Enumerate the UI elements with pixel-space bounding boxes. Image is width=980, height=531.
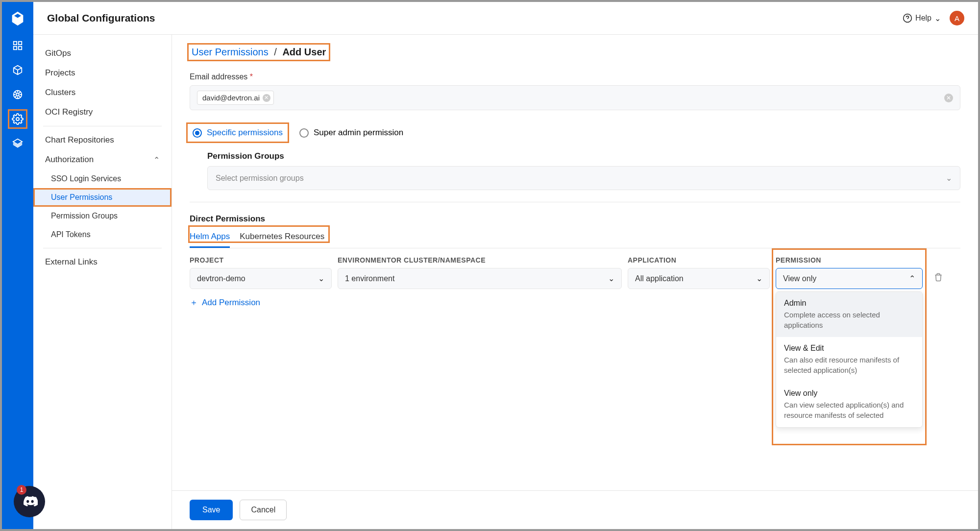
perm-groups-label: Permission Groups	[207, 151, 960, 161]
col-permission: PERMISSION	[776, 256, 923, 264]
sidebar-item-user-permissions[interactable]: User Permissions	[33, 188, 172, 207]
email-chip: david@devtron.ai ✕	[197, 91, 274, 105]
radio-specific-permissions[interactable]: Specific permissions	[190, 126, 286, 140]
breadcrumb-current: Add User	[282, 47, 326, 57]
radio-icon	[193, 128, 202, 138]
select-permission[interactable]: View only ⌃	[776, 268, 923, 289]
select-env[interactable]: 1 environment ⌄	[338, 268, 622, 289]
col-project: PROJECT	[190, 256, 332, 264]
svg-point-6	[16, 118, 19, 121]
sidebar-item-permission-groups[interactable]: Permission Groups	[33, 207, 172, 225]
sidebar-item-chart-repos[interactable]: Chart Repositories	[33, 130, 172, 150]
permission-mode-radios: Specific permissions Super admin permiss…	[190, 126, 960, 140]
col-app: APPLICATION	[628, 256, 770, 264]
help-label: Help	[915, 14, 931, 23]
main-content: User Permissions / Add User Email addres…	[172, 35, 978, 529]
radio-super-admin[interactable]: Super admin permission	[299, 128, 403, 138]
svg-rect-0	[14, 42, 17, 45]
layers-icon[interactable]	[11, 137, 24, 150]
footer-bar: Save Cancel	[172, 490, 978, 529]
col-env: ENVIRONMENTOR CLUSTER/NAMESPACE	[338, 256, 622, 264]
left-rail	[2, 2, 33, 529]
perm-option-view-edit[interactable]: View & Edit Can also edit resource manif…	[776, 337, 922, 382]
perm-option-view-only[interactable]: View only Can view selected application(…	[776, 382, 922, 427]
direct-perm-tabs: Helm Apps Kubernetes Resources	[190, 229, 960, 248]
divider	[43, 126, 162, 126]
chevron-down-icon: ⌄	[608, 274, 614, 283]
chevron-down-icon: ⌄	[318, 274, 324, 283]
direct-perms-label: Direct Permissions	[190, 214, 960, 224]
sidebar-item-projects[interactable]: Projects	[33, 63, 172, 83]
sidebar-item-gitops[interactable]: GitOps	[33, 44, 172, 63]
sidebar-item-clusters[interactable]: Clusters	[33, 83, 172, 102]
perm-groups-select[interactable]: Select permission groups ⌄	[207, 166, 960, 190]
sidebar-item-sso[interactable]: SSO Login Services	[33, 169, 172, 188]
app-logo-icon[interactable]	[9, 10, 26, 27]
permission-dropdown: Admin Complete access on selected applic…	[776, 291, 923, 428]
delete-row-icon[interactable]	[929, 273, 948, 284]
sidebar-item-external-links[interactable]: External Links	[33, 252, 172, 272]
clear-all-icon[interactable]: ✕	[944, 94, 953, 102]
grid-icon[interactable]	[11, 39, 24, 52]
chevron-down-icon: ⌄	[756, 274, 762, 283]
chevron-up-icon: ⌃	[153, 155, 160, 165]
plus-icon: ＋	[190, 297, 198, 308]
top-header: Global Configurations Help ⌄ A	[33, 2, 978, 35]
discord-button[interactable]: 1	[14, 486, 45, 517]
settings-gear-icon[interactable]	[11, 113, 24, 125]
sidebar-group-authorization[interactable]: Authorization ⌃	[33, 150, 172, 169]
divider	[190, 202, 960, 202]
chevron-down-icon: ⌄	[946, 173, 952, 183]
help-link[interactable]: Help ⌄	[903, 13, 941, 23]
chip-remove-icon[interactable]: ✕	[263, 94, 270, 102]
email-label: Email addresses *	[190, 72, 960, 81]
perm-option-admin[interactable]: Admin Complete access on selected applic…	[776, 292, 922, 337]
breadcrumb: User Permissions / Add User	[190, 46, 328, 59]
select-project[interactable]: devtron-demo ⌄	[190, 268, 332, 289]
svg-rect-3	[19, 47, 22, 49]
select-app[interactable]: All application ⌄	[628, 268, 770, 289]
divider	[43, 248, 162, 248]
radio-icon	[299, 128, 309, 138]
wheel-icon[interactable]	[11, 88, 24, 101]
perm-grid-headers: PROJECT ENVIRONMENTOR CLUSTER/NAMESPACE …	[190, 256, 960, 264]
svg-rect-1	[19, 42, 22, 45]
notification-count: 1	[17, 485, 26, 495]
save-button[interactable]: Save	[190, 500, 233, 520]
cube-icon[interactable]	[11, 64, 24, 76]
cancel-button[interactable]: Cancel	[240, 500, 287, 520]
svg-point-4	[16, 93, 19, 96]
chevron-down-icon: ⌄	[934, 14, 941, 23]
sidebar: GitOps Projects Clusters OCI Registry Ch…	[33, 35, 172, 529]
page-title: Global Configurations	[47, 12, 155, 24]
perm-row: devtron-demo ⌄ 1 environment ⌄ All appli…	[190, 268, 960, 289]
svg-rect-2	[14, 47, 17, 49]
avatar[interactable]: A	[950, 11, 964, 25]
sidebar-item-api-tokens[interactable]: API Tokens	[33, 225, 172, 244]
sidebar-item-oci[interactable]: OCI Registry	[33, 102, 172, 122]
chevron-up-icon: ⌃	[909, 274, 915, 283]
breadcrumb-link[interactable]: User Permissions	[192, 47, 269, 57]
email-input[interactable]: david@devtron.ai ✕ ✕	[190, 85, 960, 110]
